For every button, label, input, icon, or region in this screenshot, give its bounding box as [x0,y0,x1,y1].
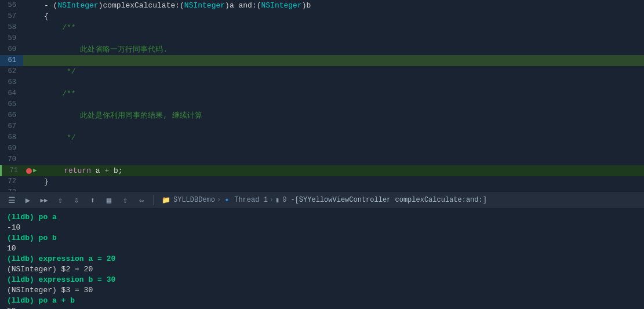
breadcrumb-thread: Thread 1 [234,196,268,204]
line-number: 71 [2,165,25,176]
step-in-btn[interactable]: ⇧ [53,193,67,207]
line-number: 56 [0,0,23,11]
code-line: 61 [0,55,644,66]
line-number: 61 [0,55,23,66]
line-number: 62 [0,66,23,77]
console-line: (NSInteger) $3 = 30 [7,285,637,296]
step-out-btn[interactable]: ⇩ [70,193,83,207]
breakpoint-area[interactable] [25,168,33,174]
back-btn[interactable]: ⇦ [134,193,148,207]
line-number: 59 [0,33,23,44]
code-token [46,166,64,175]
code-token: )a and:( [225,1,261,10]
code-token: NSInteger [261,1,302,10]
code-line: 69 [0,143,644,154]
thread-icon: 🔹 [223,196,231,205]
code-content: { [39,11,49,22]
code-line: 60 此处省略一万行同事代码. [0,44,644,55]
line-number: 68 [0,132,23,143]
step-up-btn[interactable]: ⬆ [86,193,100,207]
continue-btn[interactable]: ▶ [21,193,35,207]
toolbar-separator [153,195,154,205]
code-lines: 56- (NSInteger)complexCalculate:(NSInteg… [0,0,644,191]
code-line: 73 [0,187,644,191]
breadcrumb-project: SYLLDBDemo [173,196,215,204]
code-token: return [64,166,91,175]
code-line: 68 */ [0,132,644,143]
code-token: /** [44,23,76,32]
code-token: NSInteger [184,1,225,10]
line-number: 72 [0,176,23,187]
console-toggle-btn[interactable]: ☰ [5,193,19,207]
console-line: (lldb) po a + b [7,296,637,306]
code-content: /** [39,88,76,99]
code-token: */ [44,133,76,142]
line-number: 64 [0,88,23,99]
line-number: 65 [0,99,23,110]
lldb-console[interactable]: (lldb) po a-10(lldb) po b10(lldb) expres… [0,209,644,309]
console-line: (NSInteger) $2 = 20 [7,264,637,275]
code-token: */ [44,67,76,76]
code-line: 66 此处是你利用同事的结果, 继续计算 [0,110,644,121]
breakpoint-indicator [26,168,32,174]
code-line: 63 [0,77,644,88]
console-line: (lldb) po a [7,212,637,223]
console-line: 50 [7,306,637,309]
step-over-btn[interactable]: ▶▶ [37,193,51,207]
line-number: 63 [0,77,23,88]
code-content: */ [39,66,76,77]
breadcrumb: 📁 SYLLDBDemo › 🔹 Thread 1 › ▮ 0 -[SYYell… [162,196,487,205]
code-content: */ [39,132,76,143]
line-number: 69 [0,143,23,154]
code-line: 62 */ [0,66,644,77]
code-line: 67 [0,121,644,132]
code-token: NSInteger [57,1,98,10]
breadcrumb-sep2: › [270,196,274,204]
code-line: 56- (NSInteger)complexCalculate:(NSInteg… [0,0,644,11]
code-line: 64 /** [0,88,644,99]
project-icon: 📁 [162,196,170,205]
code-line: 58 /** [0,22,644,33]
line-number: 57 [0,11,23,22]
frame-icon: ▮ [275,196,279,205]
code-line: 71▶ return a + b; [0,165,644,176]
code-token: /** [44,89,76,98]
line-number: 60 [0,44,23,55]
code-token: )complexCalculate:( [99,1,184,10]
code-token: )b [302,1,311,10]
console-line: -10 [7,223,637,233]
frame-btn[interactable]: ▦ [102,193,116,207]
code-content: - (NSInteger)complexCalculate:(NSInteger… [39,0,311,11]
code-token: 此处是你利用同事的结果, 继续计算 [44,111,202,120]
console-line: (lldb) po b [7,233,637,243]
code-content: /** [39,22,76,33]
code-line: 65 [0,99,644,110]
code-token: 此处省略一万行同事代码. [44,45,168,54]
console-line: (lldb) expression b = 30 [7,275,637,285]
code-line: 57{ [0,11,644,22]
code-content: 此处省略一万行同事代码. [39,44,168,55]
code-token: a + b; [91,166,123,175]
code-content: return a + b; [41,165,123,176]
code-line: 59 [0,33,644,44]
breadcrumb-sep1: › [217,196,221,204]
code-content: 此处是你利用同事的结果, 继续计算 [39,110,202,121]
code-token: - ( [44,1,57,10]
share-btn[interactable]: ⇧ [118,193,132,207]
line-number: 58 [0,22,23,33]
code-token: { [44,12,49,21]
line-number: 67 [0,121,23,132]
line-number: 66 [0,110,23,121]
line-number: 70 [0,154,23,165]
console-line: 10 [7,243,637,254]
console-line: (lldb) expression a = 20 [7,254,637,264]
code-token: } [44,177,49,186]
code-content: } [39,176,49,187]
breadcrumb-frame: -[SYYellowViewController complexCalculat… [290,196,486,204]
code-editor: 56- (NSInteger)complexCalculate:(NSInteg… [0,0,644,191]
breadcrumb-frame-num: 0 [282,196,286,204]
code-line: 72} [0,176,644,187]
code-line: 70 [0,154,644,165]
debug-toolbar: ☰ ▶ ▶▶ ⇧ ⇩ ⬆ ▦ ⇧ ⇦ 📁 SYLLDBDemo › 🔹 Thre… [0,191,644,209]
line-number: 73 [0,187,23,191]
